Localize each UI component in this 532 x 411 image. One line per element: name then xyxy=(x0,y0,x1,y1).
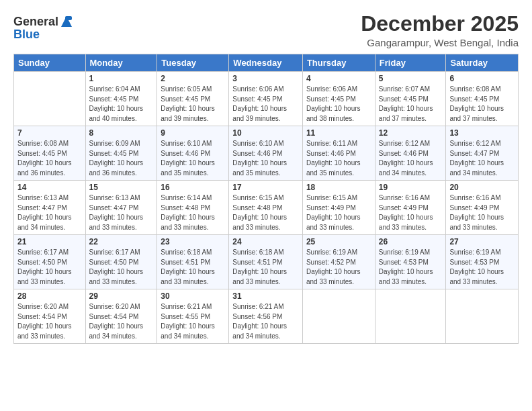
table-row: 22 Sunrise: 6:17 AMSunset: 4:50 PMDaylig… xyxy=(85,235,157,289)
header-friday: Friday xyxy=(375,54,446,72)
table-row: 3 Sunrise: 6:06 AMSunset: 4:45 PMDayligh… xyxy=(229,72,303,126)
day-info: Sunrise: 6:15 AMSunset: 4:49 PMDaylight:… xyxy=(306,194,361,231)
day-number: 8 xyxy=(89,128,154,138)
day-number: 25 xyxy=(306,237,371,246)
day-info: Sunrise: 6:08 AMSunset: 4:45 PMDaylight:… xyxy=(17,140,72,177)
day-number: 22 xyxy=(89,237,154,246)
day-number: 23 xyxy=(161,237,225,246)
day-info: Sunrise: 6:05 AMSunset: 4:45 PMDaylight:… xyxy=(161,85,215,122)
table-row xyxy=(375,289,446,344)
day-number: 14 xyxy=(17,183,82,192)
day-info: Sunrise: 6:16 AMSunset: 4:49 PMDaylight:… xyxy=(449,194,504,231)
day-info: Sunrise: 6:11 AMSunset: 4:46 PMDaylight:… xyxy=(306,140,361,177)
table-row: 20 Sunrise: 6:16 AMSunset: 4:49 PMDaylig… xyxy=(446,181,519,235)
day-info: Sunrise: 6:04 AMSunset: 4:45 PMDaylight:… xyxy=(89,85,144,122)
table-row xyxy=(446,289,519,344)
logo-icon xyxy=(60,15,73,28)
day-info: Sunrise: 6:19 AMSunset: 4:52 PMDaylight:… xyxy=(306,248,361,285)
table-row: 4 Sunrise: 6:06 AMSunset: 4:45 PMDayligh… xyxy=(302,72,375,126)
header-wednesday: Wednesday xyxy=(229,54,303,72)
table-row: 6 Sunrise: 6:08 AMSunset: 4:45 PMDayligh… xyxy=(446,72,519,126)
table-row: 1 Sunrise: 6:04 AMSunset: 4:45 PMDayligh… xyxy=(85,72,157,126)
day-number: 29 xyxy=(89,291,154,301)
day-info: Sunrise: 6:16 AMSunset: 4:49 PMDaylight:… xyxy=(379,194,433,231)
table-row: 23 Sunrise: 6:18 AMSunset: 4:51 PMDaylig… xyxy=(157,235,229,289)
calendar-week-row: 28 Sunrise: 6:20 AMSunset: 4:54 PMDaylig… xyxy=(14,289,519,344)
day-number: 24 xyxy=(232,237,299,246)
header-thursday: Thursday xyxy=(302,54,375,72)
day-number: 31 xyxy=(232,291,299,301)
day-info: Sunrise: 6:12 AMSunset: 4:46 PMDaylight:… xyxy=(379,140,433,177)
day-info: Sunrise: 6:10 AMSunset: 4:46 PMDaylight:… xyxy=(232,140,287,177)
title-block: December 2025 Gangarampur, West Bengal, … xyxy=(361,12,519,48)
day-number: 28 xyxy=(17,291,82,301)
table-row: 7 Sunrise: 6:08 AMSunset: 4:45 PMDayligh… xyxy=(14,126,86,181)
day-number: 20 xyxy=(449,183,515,192)
day-info: Sunrise: 6:06 AMSunset: 4:45 PMDaylight:… xyxy=(232,85,287,122)
table-row: 27 Sunrise: 6:19 AMSunset: 4:53 PMDaylig… xyxy=(446,235,519,289)
calendar-week-row: 14 Sunrise: 6:13 AMSunset: 4:47 PMDaylig… xyxy=(14,181,519,235)
day-info: Sunrise: 6:13 AMSunset: 4:47 PMDaylight:… xyxy=(17,194,72,231)
day-number: 15 xyxy=(89,183,154,192)
table-row: 18 Sunrise: 6:15 AMSunset: 4:49 PMDaylig… xyxy=(302,181,375,235)
table-row: 29 Sunrise: 6:20 AMSunset: 4:54 PMDaylig… xyxy=(85,289,157,344)
table-row: 28 Sunrise: 6:20 AMSunset: 4:54 PMDaylig… xyxy=(14,289,86,344)
table-row: 10 Sunrise: 6:10 AMSunset: 4:46 PMDaylig… xyxy=(229,126,303,181)
calendar-week-row: 1 Sunrise: 6:04 AMSunset: 4:45 PMDayligh… xyxy=(14,72,519,126)
day-info: Sunrise: 6:08 AMSunset: 4:45 PMDaylight:… xyxy=(449,85,504,122)
table-row: 30 Sunrise: 6:21 AMSunset: 4:55 PMDaylig… xyxy=(157,289,229,344)
table-row: 14 Sunrise: 6:13 AMSunset: 4:47 PMDaylig… xyxy=(14,181,86,235)
calendar-week-row: 7 Sunrise: 6:08 AMSunset: 4:45 PMDayligh… xyxy=(14,126,519,181)
day-number: 6 xyxy=(449,74,515,83)
day-info: Sunrise: 6:14 AMSunset: 4:48 PMDaylight:… xyxy=(161,194,215,231)
day-number: 27 xyxy=(449,237,515,246)
day-number: 26 xyxy=(379,237,443,246)
location-subtitle: Gangarampur, West Bengal, India xyxy=(361,37,519,48)
table-row: 19 Sunrise: 6:16 AMSunset: 4:49 PMDaylig… xyxy=(375,181,446,235)
day-info: Sunrise: 6:21 AMSunset: 4:55 PMDaylight:… xyxy=(161,303,215,340)
day-number: 1 xyxy=(89,74,154,83)
day-number: 7 xyxy=(17,128,82,138)
day-info: Sunrise: 6:17 AMSunset: 4:50 PMDaylight:… xyxy=(17,248,72,285)
day-number: 30 xyxy=(161,291,225,301)
day-info: Sunrise: 6:07 AMSunset: 4:45 PMDaylight:… xyxy=(379,85,433,122)
day-info: Sunrise: 6:18 AMSunset: 4:51 PMDaylight:… xyxy=(232,248,287,285)
month-year-title: December 2025 xyxy=(361,12,519,36)
day-info: Sunrise: 6:13 AMSunset: 4:47 PMDaylight:… xyxy=(89,194,144,231)
logo: General Blue xyxy=(13,15,73,41)
table-row: 5 Sunrise: 6:07 AMSunset: 4:45 PMDayligh… xyxy=(375,72,446,126)
table-row: 17 Sunrise: 6:15 AMSunset: 4:48 PMDaylig… xyxy=(229,181,303,235)
day-info: Sunrise: 6:10 AMSunset: 4:46 PMDaylight:… xyxy=(161,140,215,177)
page: General Blue December 2025 Gangarampur, … xyxy=(0,0,532,351)
table-row: 26 Sunrise: 6:19 AMSunset: 4:53 PMDaylig… xyxy=(375,235,446,289)
day-info: Sunrise: 6:09 AMSunset: 4:45 PMDaylight:… xyxy=(89,140,144,177)
table-row: 9 Sunrise: 6:10 AMSunset: 4:46 PMDayligh… xyxy=(157,126,229,181)
day-info: Sunrise: 6:12 AMSunset: 4:47 PMDaylight:… xyxy=(449,140,504,177)
day-number: 21 xyxy=(17,237,82,246)
header-sunday: Sunday xyxy=(14,54,86,72)
day-number: 5 xyxy=(379,74,443,83)
day-number: 9 xyxy=(161,128,225,138)
calendar-table: Sunday Monday Tuesday Wednesday Thursday… xyxy=(13,54,519,344)
day-number: 16 xyxy=(161,183,225,192)
day-info: Sunrise: 6:15 AMSunset: 4:48 PMDaylight:… xyxy=(232,194,287,231)
table-row: 31 Sunrise: 6:21 AMSunset: 4:56 PMDaylig… xyxy=(229,289,303,344)
day-number: 12 xyxy=(379,128,443,138)
day-number: 19 xyxy=(379,183,443,192)
day-info: Sunrise: 6:19 AMSunset: 4:53 PMDaylight:… xyxy=(379,248,433,285)
day-info: Sunrise: 6:20 AMSunset: 4:54 PMDaylight:… xyxy=(17,303,72,340)
day-info: Sunrise: 6:21 AMSunset: 4:56 PMDaylight:… xyxy=(232,303,287,340)
header-saturday: Saturday xyxy=(446,54,519,72)
table-row xyxy=(302,289,375,344)
table-row: 25 Sunrise: 6:19 AMSunset: 4:52 PMDaylig… xyxy=(302,235,375,289)
day-number: 3 xyxy=(232,74,299,83)
day-info: Sunrise: 6:06 AMSunset: 4:45 PMDaylight:… xyxy=(306,85,361,122)
logo-general: General xyxy=(13,15,58,28)
table-row: 15 Sunrise: 6:13 AMSunset: 4:47 PMDaylig… xyxy=(85,181,157,235)
table-row: 13 Sunrise: 6:12 AMSunset: 4:47 PMDaylig… xyxy=(446,126,519,181)
table-row: 12 Sunrise: 6:12 AMSunset: 4:46 PMDaylig… xyxy=(375,126,446,181)
day-number: 18 xyxy=(306,183,371,192)
day-number: 2 xyxy=(161,74,225,83)
table-row: 2 Sunrise: 6:05 AMSunset: 4:45 PMDayligh… xyxy=(157,72,229,126)
day-info: Sunrise: 6:18 AMSunset: 4:51 PMDaylight:… xyxy=(161,248,215,285)
